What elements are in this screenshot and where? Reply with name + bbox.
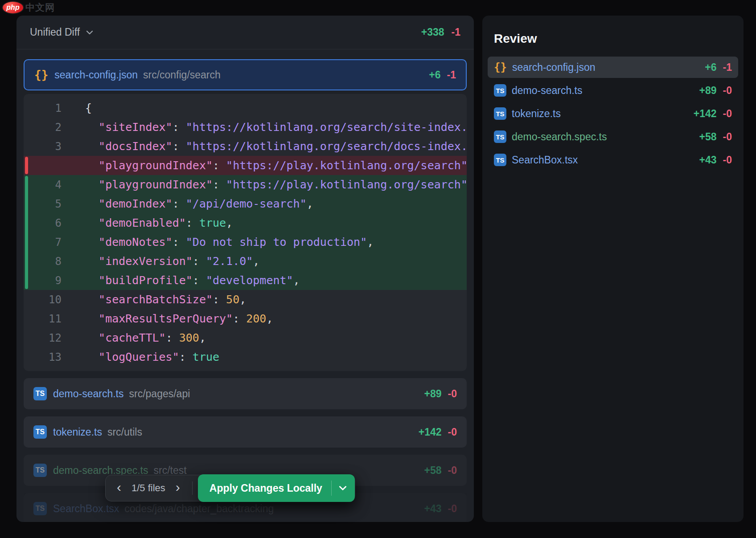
file-name: SearchBox.tsx <box>53 503 119 515</box>
file-name: search-config.json <box>512 61 596 73</box>
added-line-marker <box>25 213 28 232</box>
typescript-file-icon: TS <box>33 387 47 400</box>
code-line: 2 "siteIndex": "https://kotlinlang.org/s… <box>24 118 467 137</box>
typescript-file-icon: TS <box>33 502 47 515</box>
added-line-marker <box>25 232 28 252</box>
apply-changes-label: Apply Changes Locally <box>210 482 322 494</box>
file-removed: -0 <box>448 465 457 477</box>
code-text: "buildProfile": "development", <box>62 274 300 287</box>
next-file-button[interactable]: › <box>168 478 188 498</box>
code-text: "searchBatchSize": 50, <box>62 293 246 306</box>
file-removed: -1 <box>447 69 456 81</box>
line-number: 6 <box>24 217 62 229</box>
line-number: 4 <box>24 179 62 191</box>
file-stats: +58-0 <box>424 465 457 477</box>
typescript-file-icon: TS <box>494 107 506 120</box>
line-number: 2 <box>24 121 62 134</box>
code-text: "playgroundIndex": "https://play.kotlinl… <box>62 178 467 191</box>
file-stats: +43-0 <box>699 154 732 166</box>
file-card-tokenize.ts[interactable]: TStokenize.tssrc/utils+142-0 <box>24 416 467 448</box>
file-stats: +58-0 <box>699 131 732 143</box>
code-line: "playgroundIndex": "https://play.kotlinl… <box>24 156 467 175</box>
line-number: 10 <box>24 293 62 306</box>
file-name: search-config.json <box>54 69 138 81</box>
line-number: 1 <box>24 102 62 114</box>
added-line-marker <box>25 271 28 289</box>
code-line: 8 "indexVersion": "2.1.0", <box>24 252 467 271</box>
line-number: 8 <box>24 255 62 268</box>
file-added: +6 <box>705 61 716 73</box>
file-path: src/utils <box>107 426 142 438</box>
file-stats: +142-0 <box>694 108 732 120</box>
file-path: src/config/search <box>143 69 221 81</box>
file-removed: -0 <box>448 503 457 515</box>
diff-header: Unified Diff +338 -1 <box>16 16 474 49</box>
code-text: "indexVersion": "2.1.0", <box>62 255 259 268</box>
removed-line-marker <box>25 157 28 174</box>
typescript-file-icon: TS <box>494 154 506 166</box>
diff-mode-label: Unified Diff <box>30 26 80 38</box>
file-nav-pill: ‹ 1/5 files › Apply Changes Locally <box>105 475 355 501</box>
added-line-marker <box>25 176 28 194</box>
diff-body: {} search-config.json src/config/search … <box>16 49 474 522</box>
site-watermark: php 中文网 <box>2 1 55 14</box>
file-path: src/pages/api <box>129 388 190 400</box>
file-removed: -0 <box>448 388 457 400</box>
code-text: "maxResultsPerQuery": 200, <box>62 312 273 325</box>
watermark-label: 中文网 <box>25 1 55 14</box>
diff-totals: +338 -1 <box>421 26 460 38</box>
review-item-demo-search.ts[interactable]: TSdemo-search.ts+89-0 <box>488 80 738 101</box>
review-list: {}search-config.json+6-1TSdemo-search.ts… <box>488 57 738 171</box>
diff-panel: Unified Diff +338 -1 {} search-config.js… <box>16 16 474 522</box>
file-added: +58 <box>699 131 717 143</box>
file-card-demo-search.ts[interactable]: TSdemo-search.tssrc/pages/api+89-0 <box>24 378 467 409</box>
diff-mode-dropdown[interactable]: Unified Diff <box>30 26 94 38</box>
file-stats: +89-0 <box>699 85 732 97</box>
file-name: demo-search.spec.ts <box>512 131 607 143</box>
json-braces-icon: {} <box>34 68 48 82</box>
line-number: 3 <box>24 140 62 153</box>
line-number: 7 <box>24 236 62 249</box>
code-line: 12 "cacheTTL": 300, <box>24 328 467 347</box>
file-name: tokenize.ts <box>53 426 102 438</box>
total-added: +338 <box>421 26 444 38</box>
typescript-file-icon: TS <box>33 425 47 439</box>
code-text: { <box>62 102 92 114</box>
file-removed: -0 <box>723 154 732 166</box>
file-removed: -0 <box>448 426 457 438</box>
file-added: +89 <box>699 85 717 97</box>
file-stats: +43-0 <box>424 503 457 515</box>
file-path: codes/java/chapter_backtracking <box>124 503 274 515</box>
line-number: 9 <box>24 274 62 287</box>
file-name: SearchBox.tsx <box>512 154 578 166</box>
code-line: 6 "demoEnabled": true, <box>24 213 467 232</box>
added-line-marker <box>25 252 28 271</box>
file-name: demo-search.ts <box>512 85 583 97</box>
code-line: 10 "searchBatchSize": 50, <box>24 290 467 309</box>
file-removed: -0 <box>723 131 732 143</box>
code-text: "demoIndex": "/api/demo-search", <box>62 197 313 210</box>
typescript-file-icon: TS <box>33 464 47 477</box>
file-added: +43 <box>424 503 442 515</box>
total-removed: -1 <box>452 26 460 38</box>
file-added: +89 <box>424 388 442 400</box>
review-item-search-config.json[interactable]: {}search-config.json+6-1 <box>488 57 738 78</box>
review-item-tokenize.ts[interactable]: TStokenize.ts+142-0 <box>488 103 738 124</box>
chevron-down-icon[interactable] <box>335 483 350 493</box>
code-line: 7 "demoNotes": "Do not ship to productio… <box>24 232 467 252</box>
action-bar: ‹ 1/5 files › Apply Changes Locally <box>105 475 355 501</box>
code-line: 11 "maxResultsPerQuery": 200, <box>24 309 467 328</box>
file-added: +58 <box>424 465 442 477</box>
code-text: "siteIndex": "https://kotlinlang.org/sea… <box>62 121 467 134</box>
added-line-marker <box>25 194 28 213</box>
review-item-SearchBox.tsx[interactable]: TSSearchBox.tsx+43-0 <box>488 149 738 171</box>
php-logo-icon: php <box>2 1 24 14</box>
file-stats: +142-0 <box>419 426 457 438</box>
file-card-selected[interactable]: {} search-config.json src/config/search … <box>24 59 467 90</box>
review-item-demo-search.spec.ts[interactable]: TSdemo-search.spec.ts+58-0 <box>488 126 738 147</box>
apply-changes-button[interactable]: Apply Changes Locally <box>198 474 355 502</box>
file-added: +43 <box>699 154 717 166</box>
prev-file-button[interactable]: ‹ <box>109 478 129 498</box>
code-line: 13 "logQueries": true <box>24 347 467 367</box>
code-text: "cacheTTL": 300, <box>62 331 206 344</box>
